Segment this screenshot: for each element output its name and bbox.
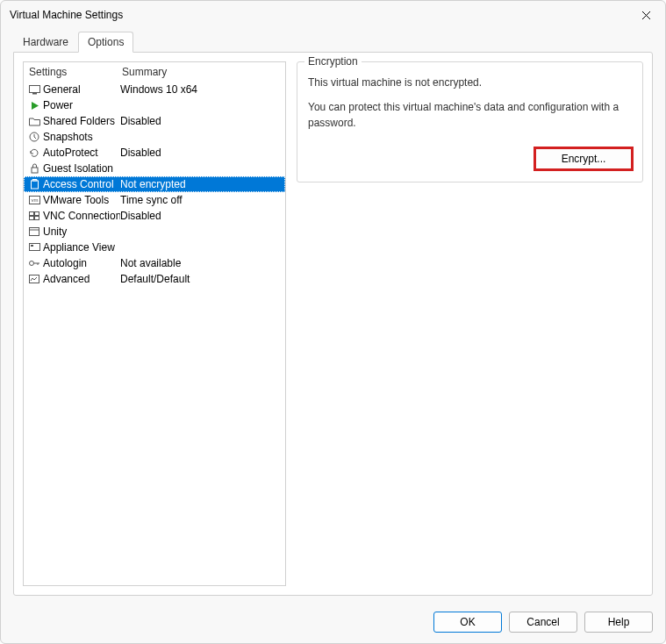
close-icon — [641, 11, 651, 20]
row-label: Guest Isolation — [43, 162, 120, 175]
help-button[interactable]: Help — [584, 612, 653, 633]
play-icon — [27, 99, 41, 111]
row-label: Access Control — [43, 178, 120, 190]
content-area: Settings Summary General Windows 10 x64 … — [13, 52, 653, 596]
encryption-status-text: This virtual machine is not encrypted. — [308, 75, 632, 90]
chart-icon — [27, 273, 41, 285]
row-summary: Not available — [120, 257, 282, 269]
folder-icon — [27, 115, 41, 127]
monitor-icon — [27, 83, 41, 96]
row-label: Autologin — [43, 257, 120, 269]
clock-icon — [27, 131, 41, 143]
row-label: Snapshots — [43, 131, 120, 143]
list-header: Settings Summary — [24, 62, 285, 82]
encryption-hint-text: You can protect this virtual machine's d… — [308, 99, 632, 131]
dialog-footer: OK Cancel Help — [1, 605, 665, 643]
tab-strip: Hardware Options — [1, 28, 665, 53]
settings-window: Virtual Machine Settings Hardware Option… — [0, 0, 666, 644]
window-icon — [27, 225, 41, 238]
svg-rect-14 — [31, 245, 33, 247]
row-label: Appliance View — [43, 241, 120, 254]
refresh-icon — [27, 147, 41, 159]
row-appliance-view[interactable]: Appliance View — [24, 240, 285, 255]
row-label: AutoProtect — [43, 147, 120, 159]
svg-rect-8 — [35, 212, 39, 216]
row-label: Unity — [43, 225, 120, 238]
row-label: General — [43, 83, 120, 96]
cancel-button[interactable]: Cancel — [509, 612, 577, 633]
row-summary: Default/Default — [120, 273, 282, 285]
window-title: Virtual Machine Settings — [10, 9, 123, 21]
row-label: VMware Tools — [43, 194, 120, 206]
shield-icon — [27, 178, 41, 190]
close-button[interactable] — [635, 4, 656, 25]
groupbox-title: Encryption — [304, 55, 362, 68]
row-guest-isolation[interactable]: Guest Isolation — [24, 161, 285, 176]
svg-rect-18 — [30, 275, 39, 283]
row-access-control[interactable]: Access Control Not encrypted — [24, 176, 285, 192]
svg-rect-9 — [30, 217, 34, 220]
row-label: Shared Folders — [43, 115, 120, 127]
svg-point-15 — [29, 261, 33, 266]
svg-rect-13 — [29, 243, 39, 250]
svg-rect-11 — [30, 228, 39, 236]
row-autologin[interactable]: Autologin Not available — [24, 255, 285, 271]
row-snapshots[interactable]: Snapshots — [24, 129, 285, 145]
row-vmware-tools[interactable]: vm VMware Tools Time sync off — [24, 192, 285, 208]
settings-list: Settings Summary General Windows 10 x64 … — [23, 61, 286, 586]
encrypt-button[interactable]: Encrypt... — [535, 148, 632, 169]
key-icon — [27, 257, 41, 269]
header-settings: Settings — [29, 66, 122, 78]
row-autoprotect[interactable]: AutoProtect Disabled — [24, 145, 285, 161]
encrypt-button-row: Encrypt... — [308, 148, 632, 169]
row-advanced[interactable]: Advanced Default/Default — [24, 271, 285, 287]
row-label: Power — [43, 99, 120, 111]
row-general[interactable]: General Windows 10 x64 — [24, 82, 285, 97]
svg-rect-1 — [32, 93, 37, 95]
svg-rect-10 — [35, 217, 39, 220]
svg-rect-7 — [30, 212, 34, 216]
details-panel: Encryption This virtual machine is not e… — [297, 61, 643, 586]
row-summary: Not encrypted — [120, 178, 282, 190]
svg-rect-4 — [31, 181, 38, 189]
tab-options[interactable]: Options — [78, 32, 133, 53]
titlebar: Virtual Machine Settings — [1, 1, 665, 27]
svg-rect-0 — [29, 85, 39, 92]
display-icon — [27, 241, 41, 254]
row-unity[interactable]: Unity — [24, 224, 285, 240]
list-body: General Windows 10 x64 Power Shared Fold… — [24, 82, 285, 585]
row-vnc-connections[interactable]: VNC Connections Disabled — [24, 208, 285, 224]
row-summary: Disabled — [120, 147, 282, 159]
row-summary: Disabled — [120, 210, 282, 222]
ok-button[interactable]: OK — [433, 612, 502, 633]
row-summary: Windows 10 x64 — [120, 83, 282, 96]
grid-icon — [27, 210, 41, 222]
row-summary: Time sync off — [120, 194, 282, 206]
row-summary: Disabled — [120, 115, 282, 127]
encryption-groupbox: Encryption This virtual machine is not e… — [297, 61, 643, 182]
row-power[interactable]: Power — [24, 97, 285, 113]
row-label: VNC Connections — [43, 210, 120, 222]
row-label: Advanced — [43, 273, 120, 285]
tab-hardware[interactable]: Hardware — [13, 32, 78, 53]
row-shared-folders[interactable]: Shared Folders Disabled — [24, 113, 285, 129]
vm-icon: vm — [27, 194, 41, 206]
svg-rect-3 — [32, 168, 38, 173]
lock-icon — [27, 162, 41, 175]
header-summary: Summary — [122, 66, 280, 78]
svg-text:vm: vm — [31, 197, 38, 203]
